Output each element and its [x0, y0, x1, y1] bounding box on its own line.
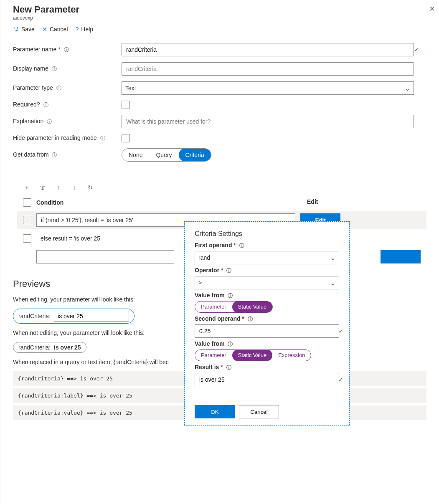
- cancel-icon: ✕: [42, 26, 47, 33]
- first-operand-select[interactable]: rand: [195, 251, 339, 264]
- info-icon[interactable]: [55, 84, 61, 91]
- seg-parameter[interactable]: Parameter: [195, 350, 232, 361]
- second-operand-input[interactable]: [195, 324, 339, 338]
- value-from-2-segment: Parameter Static Value Expression: [195, 350, 311, 361]
- save-button[interactable]: 🖫Save: [13, 26, 35, 33]
- pill-input[interactable]: [54, 311, 129, 322]
- page-title: New Parameter: [13, 4, 426, 15]
- row-checkbox[interactable]: [23, 216, 31, 224]
- info-icon[interactable]: [99, 134, 105, 141]
- seg-parameter[interactable]: Parameter: [195, 301, 232, 313]
- save-icon: 🖫: [13, 26, 19, 33]
- param-name-input[interactable]: [122, 43, 414, 56]
- param-name-label: Parameter name: [13, 46, 56, 53]
- param-type-select[interactable]: Text: [122, 81, 414, 95]
- chevron-down-icon: [330, 279, 335, 287]
- move-down-icon[interactable]: ↓: [71, 184, 78, 192]
- popup-title: Criteria Settings: [195, 230, 339, 238]
- info-icon[interactable]: [42, 101, 48, 108]
- pill-label: randCriteria:: [18, 344, 51, 351]
- info-icon[interactable]: [225, 267, 231, 274]
- seg-static-value[interactable]: Static Value: [232, 350, 272, 361]
- chevron-down-icon: [405, 84, 410, 92]
- get-data-segment: None Query Criteria: [122, 148, 211, 162]
- seg-criteria[interactable]: Criteria: [179, 148, 211, 162]
- cancel-button[interactable]: ✕Cancel: [42, 26, 68, 33]
- cancel-button[interactable]: Cancel: [239, 405, 279, 418]
- param-type-label: Parameter type: [13, 84, 53, 91]
- hide-label: Hide parameter in reading mode: [13, 134, 97, 141]
- operator-select[interactable]: >: [195, 276, 339, 289]
- info-icon[interactable]: [50, 65, 57, 72]
- chevron-down-icon: [330, 254, 335, 262]
- result-label: Result is: [195, 364, 219, 370]
- empty-input[interactable]: [36, 250, 174, 263]
- check-icon: ✓: [338, 328, 343, 334]
- info-icon[interactable]: [62, 46, 69, 53]
- edit-header: Edit: [307, 198, 318, 207]
- value-from-2-label: Value from: [195, 340, 225, 347]
- condition-header: Condition: [36, 199, 63, 206]
- add-icon[interactable]: ＋: [23, 184, 30, 192]
- seg-static-value[interactable]: Static Value: [232, 301, 272, 313]
- ok-button[interactable]: OK: [195, 405, 235, 418]
- info-icon[interactable]: [45, 118, 52, 124]
- seg-query[interactable]: Query: [149, 148, 178, 162]
- check-icon: ✓: [414, 46, 419, 53]
- move-up-icon[interactable]: ↑: [55, 184, 62, 192]
- info-icon[interactable]: [50, 151, 57, 158]
- explanation-input[interactable]: [122, 115, 414, 128]
- hide-checkbox[interactable]: [122, 134, 130, 142]
- help-button[interactable]: ?Help: [76, 26, 94, 33]
- display-name-label: Display name: [13, 65, 48, 72]
- preview-editing-pill: randCriteria:: [13, 309, 134, 324]
- page-subtitle: aidevexp: [13, 15, 426, 21]
- result-input[interactable]: [195, 373, 339, 386]
- delete-icon[interactable]: 🗑: [39, 184, 46, 192]
- second-operand-label: Second operand: [195, 315, 241, 322]
- select-all-checkbox[interactable]: [23, 198, 31, 207]
- first-operand-label: First operand: [195, 242, 232, 248]
- required-checkbox[interactable]: [122, 101, 130, 109]
- value-from-1-segment: Parameter Static Value: [195, 301, 273, 313]
- seg-expression[interactable]: Expression: [272, 350, 311, 361]
- help-icon: ?: [76, 26, 79, 33]
- seg-none[interactable]: None: [122, 148, 149, 162]
- pill-value: is over 25: [54, 344, 81, 351]
- pill-label: randCriteria:: [18, 313, 51, 319]
- display-name-input[interactable]: [122, 62, 414, 76]
- info-icon[interactable]: [225, 364, 231, 370]
- get-data-label: Get data from: [13, 151, 49, 158]
- refresh-icon[interactable]: ↻: [86, 184, 94, 192]
- check-icon: ✓: [338, 376, 343, 383]
- row-checkbox[interactable]: [23, 234, 31, 243]
- info-icon[interactable]: [246, 315, 253, 322]
- operator-label: Operator: [195, 267, 219, 274]
- edit-button[interactable]: [381, 250, 421, 263]
- info-icon[interactable]: [226, 292, 233, 299]
- value-from-1-label: Value from: [195, 292, 225, 299]
- info-icon[interactable]: [226, 340, 233, 347]
- info-icon[interactable]: [238, 242, 244, 248]
- criteria-settings-popup: Criteria Settings First operand * rand O…: [184, 221, 350, 425]
- required-label: Required?: [13, 101, 40, 108]
- explanation-label: Explanation: [13, 118, 43, 124]
- close-icon[interactable]: ×: [429, 3, 435, 14]
- preview-readonly-pill: randCriteria: is over 25: [13, 342, 86, 353]
